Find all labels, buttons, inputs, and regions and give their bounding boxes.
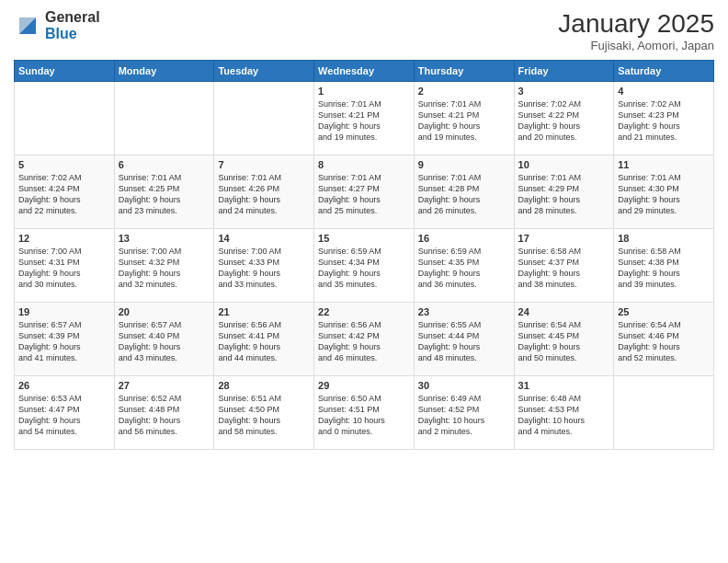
weekday-header-monday: Monday	[114, 61, 214, 82]
day-content: Sunrise: 6:57 AM Sunset: 4:39 PM Dayligh…	[18, 319, 110, 364]
day-number: 17	[518, 233, 610, 244]
day-cell: 30Sunrise: 6:49 AM Sunset: 4:52 PM Dayli…	[414, 376, 514, 450]
day-number: 14	[218, 233, 310, 244]
day-number: 1	[318, 86, 410, 97]
day-content: Sunrise: 7:01 AM Sunset: 4:30 PM Dayligh…	[618, 172, 710, 217]
weekday-header-thursday: Thursday	[414, 61, 514, 82]
day-cell: 2Sunrise: 7:01 AM Sunset: 4:21 PM Daylig…	[414, 82, 514, 155]
day-number: 22	[318, 306, 410, 317]
day-number: 11	[618, 159, 710, 170]
day-cell	[15, 82, 115, 155]
day-cell: 26Sunrise: 6:53 AM Sunset: 4:47 PM Dayli…	[15, 376, 115, 450]
day-content: Sunrise: 6:56 AM Sunset: 4:42 PM Dayligh…	[318, 319, 410, 364]
day-cell	[114, 82, 214, 155]
day-number: 13	[119, 233, 210, 244]
day-content: Sunrise: 7:01 AM Sunset: 4:25 PM Dayligh…	[119, 172, 210, 217]
weekday-header-saturday: Saturday	[614, 61, 714, 82]
day-content: Sunrise: 7:02 AM Sunset: 4:24 PM Dayligh…	[18, 172, 110, 217]
day-content: Sunrise: 6:53 AM Sunset: 4:47 PM Dayligh…	[18, 393, 110, 438]
day-number: 20	[119, 306, 210, 317]
weekday-header-friday: Friday	[514, 61, 614, 82]
day-number: 25	[618, 306, 710, 317]
day-content: Sunrise: 7:00 AM Sunset: 4:32 PM Dayligh…	[119, 246, 210, 291]
day-content: Sunrise: 7:02 AM Sunset: 4:23 PM Dayligh…	[618, 98, 710, 144]
day-number: 8	[318, 159, 410, 170]
logo-general: General	[45, 9, 100, 26]
weekday-header-row: SundayMondayTuesdayWednesdayThursdayFrid…	[15, 61, 714, 82]
day-cell: 29Sunrise: 6:50 AM Sunset: 4:51 PM Dayli…	[314, 376, 415, 450]
day-content: Sunrise: 6:58 AM Sunset: 4:38 PM Dayligh…	[618, 246, 710, 291]
day-content: Sunrise: 6:56 AM Sunset: 4:41 PM Dayligh…	[218, 319, 310, 364]
day-content: Sunrise: 6:52 AM Sunset: 4:48 PM Dayligh…	[119, 393, 210, 438]
day-cell: 24Sunrise: 6:54 AM Sunset: 4:45 PM Dayli…	[514, 303, 614, 376]
day-number: 9	[418, 159, 510, 170]
day-cell: 6Sunrise: 7:01 AM Sunset: 4:25 PM Daylig…	[114, 155, 214, 229]
week-row-1: 5Sunrise: 7:02 AM Sunset: 4:24 PM Daylig…	[15, 155, 714, 229]
day-number: 29	[318, 380, 410, 391]
day-number: 4	[618, 86, 710, 97]
day-cell: 1Sunrise: 7:01 AM Sunset: 4:21 PM Daylig…	[314, 82, 415, 155]
day-number: 31	[518, 380, 610, 391]
day-cell	[614, 376, 714, 450]
day-number: 24	[518, 306, 610, 317]
day-cell: 7Sunrise: 7:01 AM Sunset: 4:26 PM Daylig…	[214, 155, 314, 229]
weekday-header-wednesday: Wednesday	[314, 61, 415, 82]
day-cell: 8Sunrise: 7:01 AM Sunset: 4:27 PM Daylig…	[314, 155, 415, 229]
day-content: Sunrise: 6:59 AM Sunset: 4:34 PM Dayligh…	[318, 246, 410, 291]
day-number: 5	[18, 159, 110, 170]
day-number: 10	[518, 159, 610, 170]
day-number: 6	[119, 159, 210, 170]
day-content: Sunrise: 7:01 AM Sunset: 4:28 PM Dayligh…	[418, 172, 510, 217]
day-number: 23	[418, 306, 510, 317]
day-content: Sunrise: 7:00 AM Sunset: 4:31 PM Dayligh…	[18, 246, 110, 291]
day-content: Sunrise: 6:54 AM Sunset: 4:46 PM Dayligh…	[618, 319, 710, 364]
day-content: Sunrise: 6:54 AM Sunset: 4:45 PM Dayligh…	[518, 319, 610, 364]
calendar-page: General Blue January 2025 Fujisaki, Aomo…	[0, 0, 728, 563]
month-title: January 2025	[558, 9, 714, 39]
day-cell: 12Sunrise: 7:00 AM Sunset: 4:31 PM Dayli…	[15, 229, 115, 303]
day-content: Sunrise: 6:55 AM Sunset: 4:44 PM Dayligh…	[418, 319, 510, 364]
weekday-header-tuesday: Tuesday	[214, 61, 314, 82]
day-number: 19	[18, 306, 110, 317]
day-cell: 17Sunrise: 6:58 AM Sunset: 4:37 PM Dayli…	[514, 229, 614, 303]
day-number: 7	[218, 159, 310, 170]
day-cell: 10Sunrise: 7:01 AM Sunset: 4:29 PM Dayli…	[514, 155, 614, 229]
day-cell: 27Sunrise: 6:52 AM Sunset: 4:48 PM Dayli…	[114, 376, 214, 450]
day-content: Sunrise: 6:50 AM Sunset: 4:51 PM Dayligh…	[318, 393, 410, 438]
title-block: January 2025 Fujisaki, Aomori, Japan	[558, 9, 714, 52]
day-cell: 5Sunrise: 7:02 AM Sunset: 4:24 PM Daylig…	[15, 155, 115, 229]
day-content: Sunrise: 7:01 AM Sunset: 4:21 PM Dayligh…	[318, 98, 410, 144]
day-cell: 23Sunrise: 6:55 AM Sunset: 4:44 PM Dayli…	[414, 303, 514, 376]
day-cell: 3Sunrise: 7:02 AM Sunset: 4:22 PM Daylig…	[514, 82, 614, 155]
day-number: 2	[418, 86, 510, 97]
day-content: Sunrise: 7:00 AM Sunset: 4:33 PM Dayligh…	[218, 246, 310, 291]
day-content: Sunrise: 6:58 AM Sunset: 4:37 PM Dayligh…	[518, 246, 610, 291]
day-cell: 16Sunrise: 6:59 AM Sunset: 4:35 PM Dayli…	[414, 229, 514, 303]
day-cell: 9Sunrise: 7:01 AM Sunset: 4:28 PM Daylig…	[414, 155, 514, 229]
day-number: 28	[218, 380, 310, 391]
day-number: 26	[18, 380, 110, 391]
day-cell: 18Sunrise: 6:58 AM Sunset: 4:38 PM Dayli…	[614, 229, 714, 303]
day-cell: 20Sunrise: 6:57 AM Sunset: 4:40 PM Dayli…	[114, 303, 214, 376]
day-number: 27	[119, 380, 210, 391]
logo: General Blue	[14, 9, 100, 41]
calendar-table: SundayMondayTuesdayWednesdayThursdayFrid…	[14, 60, 714, 450]
day-cell: 15Sunrise: 6:59 AM Sunset: 4:34 PM Dayli…	[314, 229, 415, 303]
day-cell: 11Sunrise: 7:01 AM Sunset: 4:30 PM Dayli…	[614, 155, 714, 229]
week-row-3: 19Sunrise: 6:57 AM Sunset: 4:39 PM Dayli…	[15, 303, 714, 376]
logo-icon	[14, 12, 41, 40]
day-number: 21	[218, 306, 310, 317]
logo-text: General Blue	[45, 9, 100, 41]
day-content: Sunrise: 7:01 AM Sunset: 4:26 PM Dayligh…	[218, 172, 310, 217]
location-subtitle: Fujisaki, Aomori, Japan	[558, 39, 714, 52]
day-number: 3	[518, 86, 610, 97]
day-content: Sunrise: 7:01 AM Sunset: 4:21 PM Dayligh…	[418, 98, 510, 144]
day-cell: 13Sunrise: 7:00 AM Sunset: 4:32 PM Dayli…	[114, 229, 214, 303]
day-number: 15	[318, 233, 410, 244]
day-content: Sunrise: 6:49 AM Sunset: 4:52 PM Dayligh…	[418, 393, 510, 438]
weekday-header-sunday: Sunday	[15, 61, 115, 82]
week-row-2: 12Sunrise: 7:00 AM Sunset: 4:31 PM Dayli…	[15, 229, 714, 303]
day-content: Sunrise: 7:02 AM Sunset: 4:22 PM Dayligh…	[518, 98, 610, 144]
day-cell: 19Sunrise: 6:57 AM Sunset: 4:39 PM Dayli…	[15, 303, 115, 376]
day-cell: 4Sunrise: 7:02 AM Sunset: 4:23 PM Daylig…	[614, 82, 714, 155]
